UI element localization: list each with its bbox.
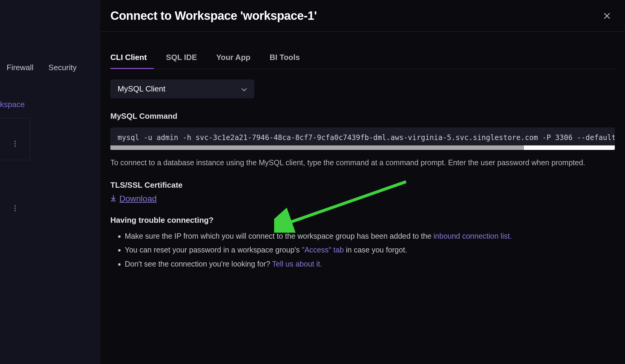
command-label: MySQL Command (110, 112, 615, 121)
trouble-item-1: Make sure the IP from which you will con… (125, 230, 615, 243)
tab-your-app[interactable]: Your App (207, 53, 260, 69)
download-icon (110, 194, 116, 204)
trouble-2-pre: You can reset your password in a workspa… (125, 246, 302, 254)
bg-kebab-menu-1[interactable] (12, 141, 18, 147)
command-box: mysql -u admin -h svc-3c1e2a21-7946-48ca… (110, 127, 615, 150)
modal-body: CLI Client SQL IDE Your App BI Tools MyS… (100, 32, 625, 282)
background-panel: Firewall Security kspace (0, 0, 100, 364)
tab-cli-client[interactable]: CLI Client (110, 53, 156, 69)
bg-kebab-menu-2[interactable] (12, 205, 18, 211)
command-help: To connect to a database instance using … (110, 157, 615, 169)
chevron-down-icon (241, 84, 247, 94)
trouble-item-2: You can reset your password in a workspa… (125, 243, 615, 256)
dropdown-selected: MySQL Client (118, 84, 165, 94)
trouble-item-3: Don't see the connection you're looking … (125, 258, 615, 270)
tell-us-link[interactable]: Tell us about it. (272, 260, 322, 268)
modal-header: Connect to Workspace 'workspace-1' (100, 0, 625, 32)
inbound-connection-link[interactable]: inbound connection list. (433, 232, 512, 240)
trouble-header: Having trouble connecting? (110, 216, 615, 225)
bg-workspace-label: kspace (0, 100, 100, 109)
download-link[interactable]: Download (110, 194, 157, 204)
trouble-list: Make sure the IP from which you will con… (110, 230, 615, 270)
command-text[interactable]: mysql -u admin -h svc-3c1e2a21-7946-48ca… (110, 127, 615, 145)
tab-sql-ide[interactable]: SQL IDE (156, 53, 207, 69)
connect-modal: Connect to Workspace 'workspace-1' CLI C… (100, 0, 625, 364)
trouble-2-post: in case you forgot. (344, 246, 407, 254)
trouble-1-pre: Make sure the IP from which you will con… (125, 232, 433, 240)
client-dropdown[interactable]: MySQL Client (110, 79, 254, 98)
download-text: Download (119, 194, 157, 204)
bg-tab-security[interactable]: Security (49, 63, 77, 72)
modal-title: Connect to Workspace 'workspace-1' (110, 9, 317, 22)
close-icon (604, 13, 610, 19)
command-scrollbar[interactable] (110, 145, 615, 150)
bg-outline-box (0, 118, 30, 160)
close-button[interactable] (601, 10, 613, 22)
bg-tab-firewall[interactable]: Firewall (7, 63, 34, 72)
tab-bi-tools[interactable]: BI Tools (260, 53, 310, 69)
cert-label: TLS/SSL Certificate (110, 181, 615, 190)
scrollbar-thumb[interactable] (110, 145, 524, 150)
trouble-3-pre: Don't see the connection you're looking … (125, 260, 272, 268)
connect-tabs: CLI Client SQL IDE Your App BI Tools (110, 53, 615, 69)
access-tab-link[interactable]: "Access" tab (302, 246, 344, 254)
